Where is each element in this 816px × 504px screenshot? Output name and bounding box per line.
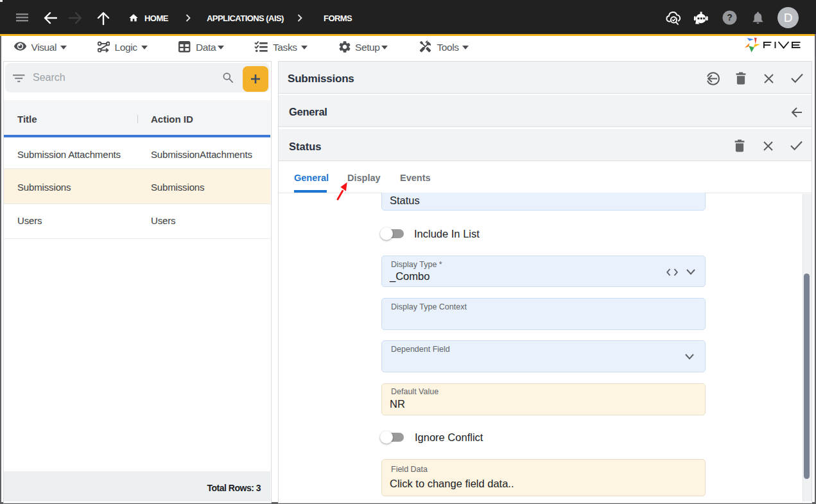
svg-text:?: ? [727, 12, 733, 22]
